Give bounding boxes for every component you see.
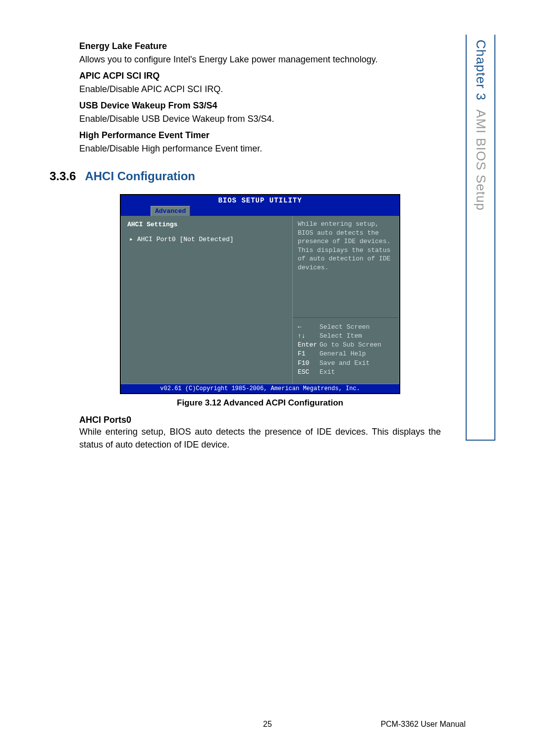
feature-title: Energy Lake Feature [79, 40, 441, 53]
bios-footer: v02.61 (C)Copyright 1985-2006, American … [121, 384, 399, 393]
feature-desc: Enable/Disable High performance Event ti… [79, 142, 441, 155]
bios-help-text: While entering setup, BIOS auto detects … [293, 216, 399, 318]
feature-item: APIC ACPI SCI IRQ Enable/Disable APIC AC… [79, 69, 441, 96]
bios-key-row: F10Save and Exit [298, 359, 394, 368]
side-tab-title: AMI BIOS Setup [473, 109, 488, 211]
bios-tab-row: Advanced [121, 206, 399, 216]
feature-desc: Enable/Disable USB Device Wakeup from S3… [79, 112, 441, 126]
bios-tab-advanced: Advanced [151, 206, 190, 216]
feature-item: Energy Lake Feature Allows you to config… [79, 40, 441, 66]
feature-desc: Allows you to configure Intel's Energy L… [79, 53, 441, 66]
bios-left-title: AHCI Settings [127, 221, 286, 228]
bios-key-row: ←Select Screen [298, 323, 394, 332]
feature-desc: Enable/Disable APIC ACPI SCI IRQ. [79, 83, 441, 96]
section-heading: 3.3.6 AHCI Configuration [50, 169, 441, 183]
bios-key-row: ESCExit [298, 368, 394, 377]
feature-title: USB Device Wakeup From S3/S4 [79, 99, 441, 112]
bios-key-row: EnterGo to Sub Screen [298, 341, 394, 350]
page-footer: 25 PCM-3362 User Manual [0, 720, 535, 729]
side-tab: Chapter 3 AMI BIOS Setup [466, 35, 495, 441]
feature-item: USB Device Wakeup From S3/S4 Enable/Disa… [79, 99, 441, 126]
bios-left-panel: AHCI Settings AHCI Port0 [Not Detected] [121, 216, 293, 384]
page-number: 25 [263, 720, 272, 729]
feature-title: High Performance Event Timer [79, 129, 441, 142]
sub-description: While entering setup, BIOS auto detects … [79, 425, 441, 451]
sub-heading: AHCI Ports0 [79, 415, 441, 425]
content-area: Energy Lake Feature Allows you to config… [79, 40, 441, 451]
feature-title: APIC ACPI SCI IRQ [79, 69, 441, 83]
bios-key-row: F1General Help [298, 350, 394, 358]
section-title: AHCI Configuration [85, 169, 195, 183]
section-number: 3.3.6 [50, 169, 76, 183]
bios-right-panel: While entering setup, BIOS auto detects … [293, 216, 399, 384]
bios-screenshot: BIOS SETUP UTILITY Advanced AHCI Setting… [120, 194, 400, 394]
bios-key-legend: ←Select Screen ↑↓Select Item EnterGo to … [293, 318, 399, 384]
bios-key-row: ↑↓Select Item [298, 332, 394, 341]
feature-item: High Performance Event Timer Enable/Disa… [79, 129, 441, 155]
bios-menu-item: AHCI Port0 [Not Detected] [129, 235, 286, 243]
side-tab-chapter: Chapter 3 [473, 40, 488, 101]
bios-title-bar: BIOS SETUP UTILITY [121, 195, 399, 206]
figure-caption: Figure 3.12 Advanced ACPI Configuration [79, 398, 441, 408]
manual-name: PCM-3362 User Manual [380, 720, 466, 729]
page: Chapter 3 AMI BIOS Setup Energy Lake Fea… [0, 0, 535, 756]
bios-body: AHCI Settings AHCI Port0 [Not Detected] … [121, 216, 399, 384]
